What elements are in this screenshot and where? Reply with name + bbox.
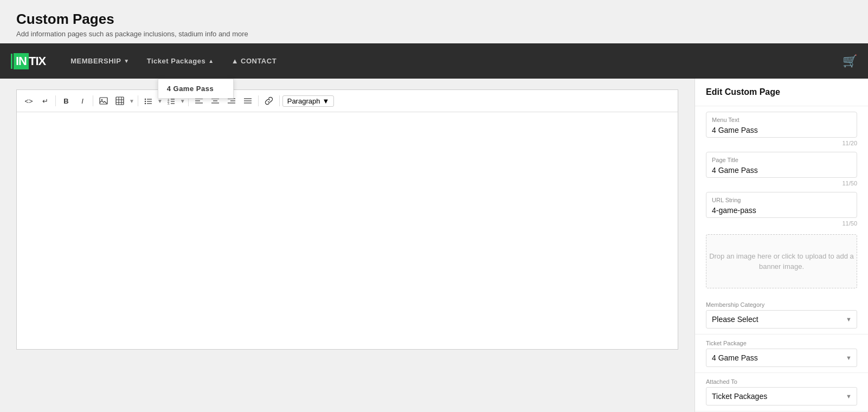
attached-to-field: Attached To Ticket Packages ▼	[695, 373, 868, 411]
toolbar-separator-1	[55, 95, 56, 106]
italic-button[interactable]: I	[75, 93, 90, 108]
paragraph-dropdown[interactable]: Paragraph ▼	[282, 95, 335, 107]
svg-point-9	[145, 103, 146, 104]
url-string-label: URL String	[712, 197, 851, 203]
nav-item-contact[interactable]: ▲ CONTACT	[223, 43, 285, 79]
undo-button[interactable]: ↵	[37, 93, 53, 108]
cart-icon[interactable]: 🛒	[843, 54, 857, 68]
dropdown-item-4game[interactable]: 4 Game Pass	[158, 79, 233, 98]
svg-rect-2	[116, 97, 124, 105]
attached-to-select[interactable]: Ticket Packages	[706, 387, 857, 405]
nav-item-membership[interactable]: MEMBERSHIP ▼	[62, 43, 138, 79]
right-panel: Edit Custom Page Menu Text 11/20 Page Ti…	[695, 79, 868, 412]
membership-category-wrapper: Please Select ▼	[706, 310, 857, 329]
membership-category-label: Membership Category	[706, 301, 857, 308]
editor-toolbar: <> ↵ B I	[17, 90, 678, 112]
menu-text-input[interactable]	[712, 126, 851, 134]
nav-item-ticket-packages[interactable]: Ticket Packages ▲ 4 Game Pass	[138, 43, 223, 79]
image-drop-zone[interactable]: Drop an image here or click to upload to…	[706, 234, 857, 288]
svg-text:3.: 3.	[168, 102, 170, 105]
page-title-counter: 11/50	[695, 180, 868, 186]
menu-text-counter: 11/20	[695, 140, 868, 146]
ticket-packages-dropdown: 4 Game Pass	[158, 79, 234, 99]
bold-button[interactable]: B	[59, 93, 74, 108]
logo-in: IN	[14, 53, 29, 69]
link-button[interactable]	[261, 93, 277, 108]
toolbar-separator-6	[279, 95, 280, 106]
attached-to-wrapper: Ticket Packages ▼	[706, 387, 857, 405]
url-string-input[interactable]	[712, 206, 851, 215]
paragraph-label: Paragraph	[287, 97, 320, 105]
nav-label-ticket-packages: Ticket Packages	[147, 57, 205, 65]
chevron-up-icon: ▲	[208, 58, 214, 64]
nav-label-membership: MEMBERSHIP	[70, 57, 121, 65]
editor-area: <> ↵ B I	[0, 79, 695, 412]
ticket-package-label: Ticket Package	[706, 340, 857, 346]
table-chevron[interactable]: ▼	[129, 98, 134, 104]
svg-point-1	[101, 99, 102, 100]
align-justify-button[interactable]	[240, 93, 255, 108]
page-title-label: Page Title	[712, 157, 851, 163]
image-drop-text: Drop an image here or click to upload to…	[706, 251, 857, 272]
list-ul-button[interactable]	[141, 93, 156, 108]
nav-label-contact: CONTACT	[241, 57, 277, 65]
editor-content[interactable]	[17, 112, 678, 340]
toolbar-separator-5	[258, 95, 259, 106]
navbar: IN TIX MEMBERSHIP ▼ Ticket Packages ▲ 4 …	[0, 43, 868, 79]
ticket-package-select[interactable]: 4 Game Pass	[706, 349, 857, 367]
up-arrow-icon: ▲	[232, 57, 239, 65]
ticket-package-field: Ticket Package 4 Game Pass ▼	[695, 334, 868, 373]
toolbar-separator-3	[138, 95, 138, 106]
nav-items: MEMBERSHIP ▼ Ticket Packages ▲ 4 Game Pa…	[62, 43, 843, 79]
toolbar-separator-2	[93, 95, 93, 106]
paragraph-chevron: ▼	[322, 97, 329, 105]
image-button[interactable]	[96, 93, 111, 108]
editor-container: <> ↵ B I	[16, 89, 678, 350]
url-string-counter: 11/50	[695, 220, 868, 227]
code-button[interactable]: <>	[21, 93, 36, 108]
panel-title: Edit Custom Page	[695, 79, 868, 106]
svg-point-7	[145, 99, 146, 100]
page-title: Custom Pages	[16, 11, 852, 28]
table-button[interactable]	[112, 93, 127, 108]
menu-text-field: Menu Text	[706, 112, 857, 138]
page-subtitle: Add information pages such as package in…	[16, 30, 852, 38]
chevron-down-icon: ▼	[124, 58, 129, 64]
svg-point-8	[145, 101, 146, 102]
list-ul-chevron[interactable]: ▼	[157, 98, 163, 104]
url-string-field: URL String	[706, 192, 857, 218]
membership-category-select[interactable]: Please Select	[706, 310, 857, 329]
page-title-field: Page Title	[706, 152, 857, 178]
list-ol-chevron[interactable]: ▼	[180, 98, 185, 104]
menu-text-label: Menu Text	[712, 117, 851, 123]
logo-tix: TIX	[29, 54, 46, 68]
ticket-package-wrapper: 4 Game Pass ▼	[706, 349, 857, 367]
attached-to-label: Attached To	[706, 378, 857, 385]
membership-category-field: Membership Category Please Select ▼	[695, 296, 868, 334]
page-title-input[interactable]	[712, 166, 851, 175]
main-layout: <> ↵ B I	[0, 79, 868, 412]
logo[interactable]: IN TIX	[11, 53, 46, 69]
